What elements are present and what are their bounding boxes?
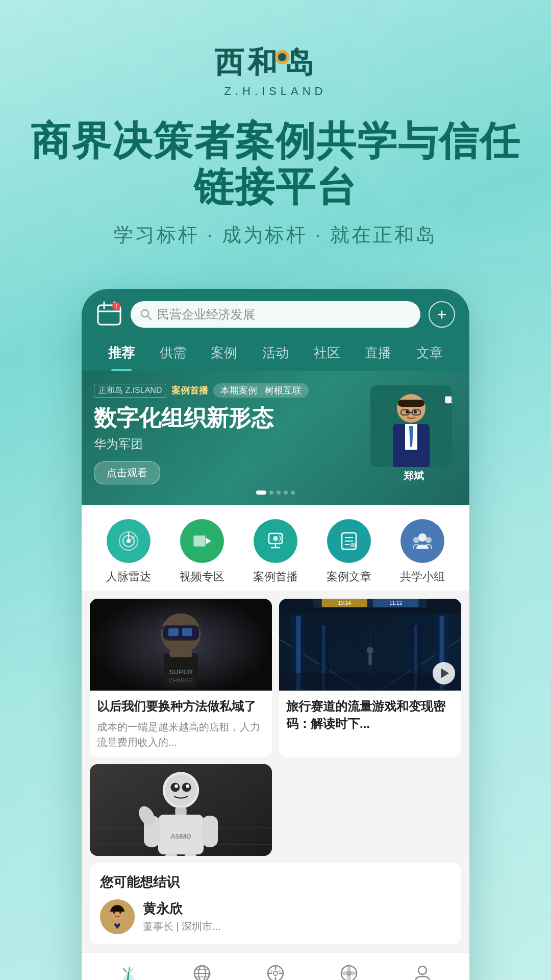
tab-recommend[interactable]: 推荐 <box>96 338 147 371</box>
banner-cta-button[interactable]: 点击观看 <box>94 461 160 484</box>
card-desc-vr: 成本的一端是越来越高的店租，人力流量费用收入的... <box>97 719 265 750</box>
dot-1 <box>256 491 266 495</box>
nav-home[interactable]: 首页 <box>116 961 141 980</box>
profile-icon <box>410 961 435 980</box>
dot-4 <box>284 491 288 495</box>
card-title-vr: 以后我们要换种方法做私域了 <box>97 698 265 715</box>
quick-item-broadcast[interactable]: 案例首播 <box>253 519 298 584</box>
play-button[interactable] <box>433 662 455 684</box>
know-role: 董事长 | 深圳市... <box>143 920 221 934</box>
content-card-vr[interactable]: SUPER CHARGE 以后我们要换种方法做私域了 成本的一端是越来越高的店租… <box>90 599 272 757</box>
plus-button[interactable]: + <box>429 301 455 328</box>
tab-supply[interactable]: 供需 <box>147 338 199 371</box>
nav-profile[interactable]: 我的 <box>410 961 435 980</box>
radar-icon <box>107 519 151 563</box>
know-person[interactable]: 黄永欣 董事长 | 深圳市... <box>100 899 451 934</box>
banner-subtitle: 华为军团 <box>94 436 370 452</box>
search-placeholder: 民营企业经济发展 <box>157 306 255 323</box>
svg-rect-74 <box>368 654 372 665</box>
banner-logo-small: 正和岛 Z.ISLAND <box>94 384 166 398</box>
svg-point-111 <box>418 966 427 974</box>
svg-text:西: 西 <box>214 46 244 79</box>
svg-text:11:12: 11:12 <box>389 600 403 606</box>
banner-program-label: 案例首播 <box>171 384 208 397</box>
nav-subscribe[interactable]: 订阅 <box>263 961 288 980</box>
bottom-navigation: 首页 人脉 <box>82 952 469 980</box>
know-avatar <box>100 899 135 934</box>
banner-person-name: 郑斌 <box>370 469 457 483</box>
content-area: SUPER CHARGE 以后我们要换种方法做私域了 成本的一端是越来越高的店租… <box>82 591 469 952</box>
svg-point-104 <box>273 971 278 975</box>
tab-article[interactable]: 文章 <box>404 338 455 371</box>
svg-text:!: ! <box>115 304 117 309</box>
search-icon <box>140 308 152 321</box>
home-icon <box>116 961 141 980</box>
svg-point-110 <box>346 971 352 976</box>
know-name: 黄永欣 <box>143 900 221 918</box>
svg-line-12 <box>147 316 151 320</box>
subscribe-icon <box>263 961 288 980</box>
svg-point-22 <box>406 410 409 413</box>
person-illustration <box>370 385 452 467</box>
dot-5 <box>291 491 295 495</box>
group-icon <box>400 519 444 563</box>
topbar: ! 民营企业经济发展 + <box>96 301 455 328</box>
broadcast-label: 案例首播 <box>253 569 298 584</box>
article-label: 案例文章 <box>327 569 371 584</box>
svg-point-41 <box>413 537 419 543</box>
svg-rect-18 <box>398 400 424 407</box>
quick-item-group[interactable]: 共学小组 <box>400 519 445 584</box>
svg-point-95 <box>113 912 115 914</box>
svg-rect-53 <box>169 650 192 657</box>
nav-message[interactable]: 消息 <box>337 961 361 980</box>
tab-case[interactable]: 案例 <box>198 338 250 371</box>
content-card-robot[interactable]: ASIMO HONDA <box>90 764 272 856</box>
tab-activity[interactable]: 活动 <box>250 338 302 371</box>
banner-title: 数字化组织新形态 <box>94 405 370 432</box>
group-label: 共学小组 <box>400 569 445 584</box>
dot-2 <box>269 491 273 495</box>
card-image-vr: SUPER CHARGE <box>90 599 272 691</box>
banner-dots <box>94 491 457 495</box>
svg-rect-48 <box>168 628 179 636</box>
quick-item-radar[interactable]: 人脉雷达 <box>106 519 151 584</box>
phone-mockup: ! 民营企业经济发展 + 推荐 供需 案例 活动 社区 直播 文章 <box>82 289 469 980</box>
banner-case-label: 本期案例 树根互联 <box>213 383 309 398</box>
search-bar[interactable]: 民营企业经济发展 <box>131 301 420 328</box>
svg-point-96 <box>119 912 121 914</box>
quick-item-video[interactable]: 视频专区 <box>180 519 224 584</box>
logo-container: 西 和 岛 Z.H.ISLAND <box>20 41 531 98</box>
banner-person: 数字化管理顾问财经作家 郑斌 <box>370 385 457 483</box>
svg-rect-47 <box>163 626 199 640</box>
tab-live[interactable]: 直播 <box>353 338 404 371</box>
content-card-station[interactable]: 13:14 11:12 旅行赛道的流量游戏和变现密 <box>279 599 461 757</box>
tab-community[interactable]: 社区 <box>301 338 353 371</box>
svg-text:和: 和 <box>247 46 277 79</box>
app-header: ! 民营企业经济发展 + 推荐 供需 案例 活动 社区 直播 文章 <box>82 289 469 371</box>
video-label: 视频专区 <box>180 569 224 584</box>
article-icon <box>327 519 371 563</box>
nav-network[interactable]: 人脉 <box>190 961 214 980</box>
quick-actions: 人脉雷达 视频专区 案例首播 <box>82 505 469 591</box>
dot-3 <box>277 491 281 495</box>
svg-rect-49 <box>182 628 192 636</box>
svg-point-42 <box>425 537 432 543</box>
card-image-robot: ASIMO HONDA <box>90 764 272 856</box>
svg-rect-84 <box>175 807 186 816</box>
card-body-station: 旅行赛道的流量游戏和变现密码：解读时下... <box>279 691 461 743</box>
logo-subtitle: Z.H.ISLAND <box>20 85 531 98</box>
app-logo: 西 和 岛 <box>209 41 342 82</box>
svg-rect-88 <box>202 816 218 847</box>
svg-text:13:14: 13:14 <box>338 600 352 606</box>
svg-point-82 <box>174 785 178 788</box>
card-image-station: 13:14 11:12 <box>279 599 461 691</box>
svg-point-83 <box>186 785 190 788</box>
know-info: 黄永欣 董事长 | 深圳市... <box>143 900 221 934</box>
hero-banner[interactable]: 正和岛 Z.ISLAND 案例首播 本期案例 树根互联 数字化组织新形态 华为军… <box>82 371 469 505</box>
card-title-station: 旅行赛道的流量游戏和变现密码：解读时下... <box>286 698 454 732</box>
quick-item-article[interactable]: 案例文章 <box>327 519 371 584</box>
svg-line-97 <box>128 972 129 980</box>
calendar-icon[interactable]: ! <box>96 301 122 328</box>
svg-text:CHARGE: CHARGE <box>169 677 193 683</box>
message-icon <box>337 961 361 980</box>
